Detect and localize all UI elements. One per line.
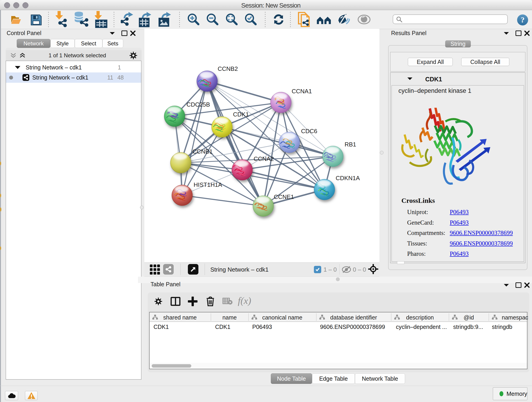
- svg-text:CDK1: CDK1: [233, 111, 249, 118]
- svg-text:CDKN1A: CDKN1A: [336, 175, 360, 182]
- svg-text:RB1: RB1: [345, 141, 356, 148]
- svg-text:CCNB2: CCNB2: [218, 65, 238, 72]
- svg-text:CCNA2: CCNA2: [254, 155, 274, 162]
- svg-text:CDC25B: CDC25B: [186, 101, 210, 108]
- svg-text:CCNA1: CCNA1: [292, 88, 312, 95]
- svg-text:CDC6: CDC6: [301, 128, 317, 134]
- svg-text:CCNB1: CCNB1: [192, 148, 213, 155]
- svg-text:HIST1H1A: HIST1H1A: [194, 181, 222, 188]
- svg-text:CCNE1: CCNE1: [274, 193, 294, 200]
